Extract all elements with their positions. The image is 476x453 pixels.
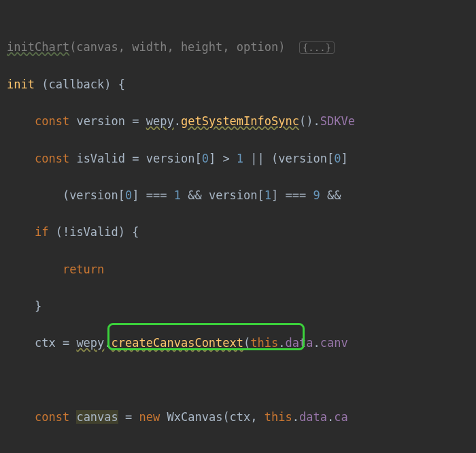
code-line: if (!isValid) { bbox=[7, 223, 476, 241]
code-line: init (callback) { bbox=[7, 76, 476, 94]
code-line: const version = wepy.getSystemInfoSync()… bbox=[7, 112, 476, 131]
code-line: } bbox=[7, 297, 476, 316]
code-line: initChart(canvas, width, height, option)… bbox=[7, 38, 476, 56]
code-line: const canvas = new WxCanvas(ctx, this.da… bbox=[7, 408, 476, 426]
code-line: (version[0] === 1 && version[1] === 9 && bbox=[7, 186, 476, 205]
code-line bbox=[7, 371, 476, 390]
code-editor[interactable]: initChart(canvas, width, height, option)… bbox=[0, 0, 476, 453]
code-line: const isValid = version[0] > 1 || (versi… bbox=[7, 150, 476, 168]
code-line: return bbox=[7, 261, 476, 279]
fold-marker[interactable]: {...} bbox=[299, 41, 335, 54]
code-line: ctx = wepy.createCanvasContext(this.data… bbox=[7, 334, 476, 352]
code-line bbox=[7, 446, 476, 454]
